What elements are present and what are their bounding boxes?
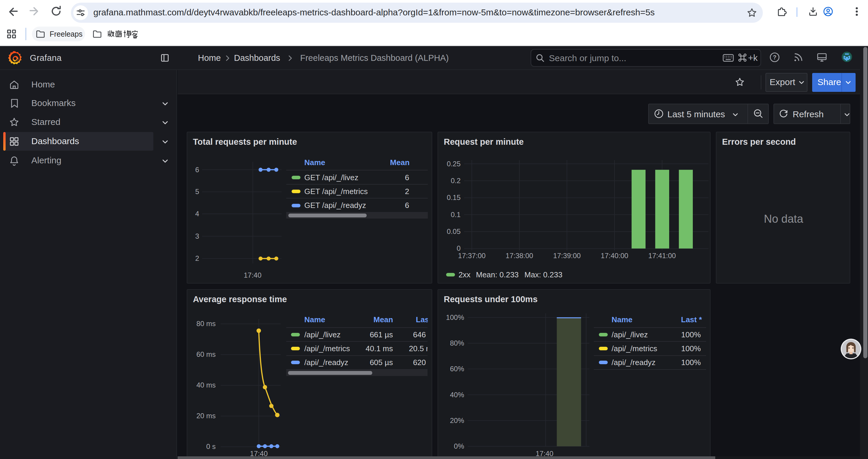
svg-text:?: ? bbox=[773, 54, 776, 61]
